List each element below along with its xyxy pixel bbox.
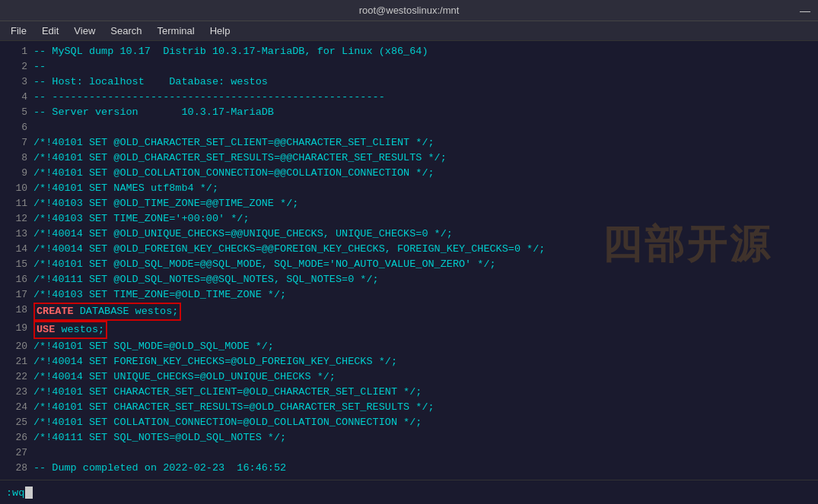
menu-item-terminal[interactable]: Terminal — [151, 24, 201, 38]
line-text: /*!40014 SET UNIQUE_CHECKS=@OLD_UNIQUE_C… — [33, 369, 336, 385]
terminal-line: 14/*!40014 SET @OLD_FOREIGN_KEY_CHECKS=@… — [6, 242, 812, 257]
line-text: /*!40101 SET @OLD_CHARACTER_SET_RESULTS=… — [33, 151, 447, 166]
terminal-line: 27 — [6, 445, 812, 461]
line-number: 5 — [6, 105, 27, 120]
terminal-line: 26/*!40111 SET SQL_NOTES=@OLD_SQL_NOTES … — [6, 430, 812, 445]
line-number: 19 — [6, 321, 27, 336]
line-text: -- — [33, 59, 46, 74]
line-number: 28 — [6, 461, 27, 476]
line-text: /*!40103 SET TIME_ZONE='+00:00' */; — [33, 211, 250, 227]
line-text: /*!40014 SET @OLD_UNIQUE_CHECKS=@@UNIQUE… — [33, 227, 453, 242]
line-number: 14 — [6, 242, 27, 257]
terminal-line: 10/*!40101 SET NAMES utf8mb4 */; — [6, 181, 812, 196]
terminal-line: 8/*!40101 SET @OLD_CHARACTER_SET_RESULTS… — [6, 151, 812, 166]
line-number: 1 — [6, 44, 27, 59]
line-text: /*!40101 SET @OLD_CHARACTER_SET_CLIENT=@… — [33, 135, 434, 151]
line-number: 16 — [6, 272, 27, 287]
title-bar: root@westoslinux:/mnt — — [0, 0, 818, 21]
line-text: /*!40111 SET @OLD_SQL_NOTES=@@SQL_NOTES,… — [33, 272, 379, 287]
cursor — [25, 487, 33, 499]
keyword-span: CREATE — [37, 306, 74, 317]
line-number: 4 — [6, 90, 27, 105]
line-text: -- MySQL dump 10.17 Distrib 10.3.17-Mari… — [33, 44, 428, 59]
terminal-line: 18CREATE DATABASE westos; — [6, 303, 812, 321]
line-text: /*!40101 SET SQL_MODE=@OLD_SQL_MODE */; — [33, 339, 274, 354]
line-number: 13 — [6, 227, 27, 242]
terminal-line: 9/*!40101 SET @OLD_COLLATION_CONNECTION=… — [6, 166, 812, 181]
bottom-bar: :wq — [0, 480, 818, 504]
line-text: -- Host: localhost Database: westos — [33, 74, 268, 90]
minimize-button[interactable]: — — [800, 5, 810, 17]
line-number: 20 — [6, 339, 27, 354]
line-text: -- -------------------------------------… — [33, 90, 385, 105]
terminal-line: 15/*!40101 SET @OLD_SQL_MODE=@@SQL_MODE,… — [6, 257, 812, 272]
menu-bar: FileEditViewSearchTerminalHelp — [0, 21, 818, 41]
line-number: 21 — [6, 354, 27, 369]
line-text: /*!40103 SET @OLD_TIME_ZONE=@@TIME_ZONE … — [33, 196, 298, 211]
line-text: /*!40101 SET CHARACTER_SET_CLIENT=@OLD_C… — [33, 385, 422, 400]
line-text: /*!40101 SET @OLD_SQL_MODE=@@SQL_MODE, S… — [33, 257, 496, 272]
terminal-line: 2-- — [6, 59, 812, 74]
terminal-line: 21/*!40014 SET FOREIGN_KEY_CHECKS=@OLD_F… — [6, 354, 812, 369]
line-number: 6 — [6, 120, 27, 135]
line-text: -- Server version 10.3.17-MariaDB — [33, 105, 274, 120]
terminal-line: 20/*!40101 SET SQL_MODE=@OLD_SQL_MODE */… — [6, 339, 812, 354]
menu-item-search[interactable]: Search — [104, 24, 148, 38]
line-rest: westos; — [55, 324, 104, 335]
menu-item-file[interactable]: File — [5, 24, 33, 38]
line-text: /*!40101 SET @OLD_COLLATION_CONNECTION=@… — [33, 166, 434, 181]
line-text: /*!40101 SET CHARACTER_SET_RESULTS=@OLD_… — [33, 400, 434, 415]
terminal-line: 13/*!40014 SET @OLD_UNIQUE_CHECKS=@@UNIQ… — [6, 227, 812, 242]
terminal-line: 19USE westos; — [6, 321, 812, 339]
line-number: 2 — [6, 59, 27, 74]
line-number: 9 — [6, 166, 27, 181]
line-number: 10 — [6, 181, 27, 196]
line-number: 22 — [6, 369, 27, 385]
keyword-span: USE — [37, 324, 55, 335]
highlighted-line: USE westos; — [33, 321, 107, 339]
terminal-line: 22/*!40014 SET UNIQUE_CHECKS=@OLD_UNIQUE… — [6, 369, 812, 385]
line-number: 25 — [6, 415, 27, 430]
line-text: /*!40014 SET @OLD_FOREIGN_KEY_CHECKS=@@F… — [33, 242, 545, 257]
terminal-line: 12/*!40103 SET TIME_ZONE='+00:00' */; — [6, 211, 812, 227]
command-prompt[interactable]: :wq — [6, 487, 33, 499]
terminal-line: 24/*!40101 SET CHARACTER_SET_RESULTS=@OL… — [6, 400, 812, 415]
menu-item-edit[interactable]: Edit — [36, 24, 65, 38]
terminal-line: 16/*!40111 SET @OLD_SQL_NOTES=@@SQL_NOTE… — [6, 272, 812, 287]
line-text: /*!40111 SET SQL_NOTES=@OLD_SQL_NOTES */… — [33, 430, 286, 445]
line-text: /*!40101 SET NAMES utf8mb4 */; — [33, 181, 218, 196]
highlighted-line: CREATE DATABASE westos; — [33, 303, 181, 321]
line-text: /*!40101 SET COLLATION_CONNECTION=@OLD_C… — [33, 415, 422, 430]
prompt-text: :wq — [6, 487, 24, 498]
line-number: 26 — [6, 430, 27, 445]
terminal-line: 7/*!40101 SET @OLD_CHARACTER_SET_CLIENT=… — [6, 135, 812, 151]
terminal-line: 3-- Host: localhost Database: westos — [6, 74, 812, 90]
line-number: 27 — [6, 445, 27, 461]
terminal-body: 1-- MySQL dump 10.17 Distrib 10.3.17-Mar… — [0, 41, 818, 480]
line-number: 3 — [6, 74, 27, 90]
line-number: 23 — [6, 385, 27, 400]
terminal-line: 17/*!40103 SET TIME_ZONE=@OLD_TIME_ZONE … — [6, 287, 812, 303]
line-rest: DATABASE westos; — [74, 306, 179, 317]
terminal-line: 1-- MySQL dump 10.17 Distrib 10.3.17-Mar… — [6, 44, 812, 59]
terminal-line: 4-- ------------------------------------… — [6, 90, 812, 105]
terminal-line: 11/*!40103 SET @OLD_TIME_ZONE=@@TIME_ZON… — [6, 196, 812, 211]
line-number: 17 — [6, 287, 27, 303]
line-text: /*!40103 SET TIME_ZONE=@OLD_TIME_ZONE */… — [33, 287, 286, 303]
line-number: 18 — [6, 303, 27, 318]
terminal-line: 6 — [6, 120, 812, 135]
window-title: root@westoslinux:/mnt — [359, 5, 460, 16]
line-text: /*!40014 SET FOREIGN_KEY_CHECKS=@OLD_FOR… — [33, 354, 397, 369]
menu-item-help[interactable]: Help — [204, 24, 237, 38]
terminal-line: 5-- Server version 10.3.17-MariaDB — [6, 105, 812, 120]
line-number: 12 — [6, 211, 27, 227]
line-number: 15 — [6, 257, 27, 272]
menu-item-view[interactable]: View — [68, 24, 101, 38]
terminal-line: 28-- Dump completed on 2022-02-23 16:46:… — [6, 461, 812, 476]
line-number: 7 — [6, 135, 27, 151]
line-text: -- Dump completed on 2022-02-23 16:46:52 — [33, 461, 286, 476]
terminal-line: 23/*!40101 SET CHARACTER_SET_CLIENT=@OLD… — [6, 385, 812, 400]
line-number: 8 — [6, 151, 27, 166]
line-number: 24 — [6, 400, 27, 415]
line-number: 11 — [6, 196, 27, 211]
